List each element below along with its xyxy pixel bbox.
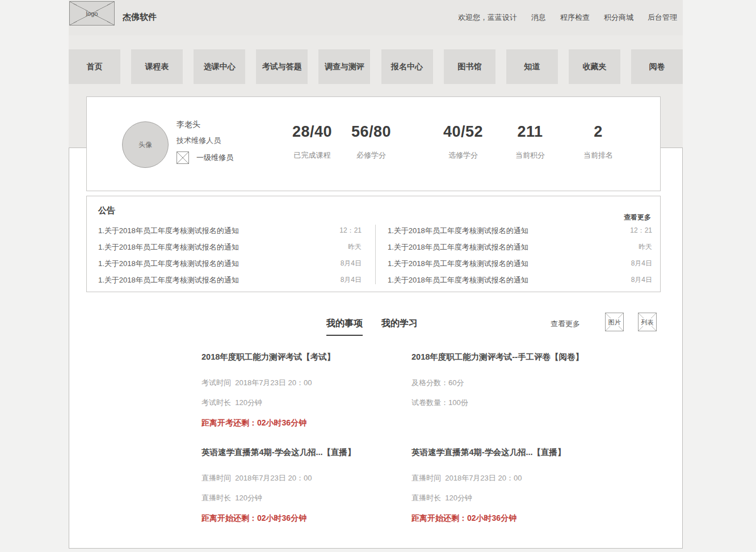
user-role: 技术维修人员: [177, 136, 233, 146]
card-countdown: 距离开考还剩：02小时36分钟: [201, 418, 413, 427]
admin-link[interactable]: 后台管理: [648, 12, 677, 23]
grading-card: 2018年度职工能力测评考试--手工评卷【阅卷】 及格分数：60分 试卷数量：1…: [411, 352, 623, 418]
announcements-panel: 公告 查看更多 1.关于2018年员工年度考核测试报名的通知 12：21 1.关…: [86, 196, 661, 292]
announcement-time: 8月4日: [341, 275, 362, 285]
announcement-time: 昨天: [639, 242, 652, 252]
announcement-link[interactable]: 1.关于2018年员工年度考核测试报名的通知: [388, 275, 528, 285]
announcement-time: 8月4日: [341, 259, 362, 268]
welcome-user-link[interactable]: 欢迎您，蓝蓝设计: [458, 12, 517, 23]
stat-label: 当前排名: [558, 150, 638, 161]
stat-current-points: 211 当前积分: [490, 123, 570, 161]
announcement-time: 12：21: [630, 226, 652, 235]
announcement-row: 1.关于2018年员工年度考核测试报名的通知 昨天: [388, 239, 652, 255]
announcements-title: 公告: [98, 205, 115, 216]
user-level-row: 一级维修员: [177, 151, 233, 164]
points-mall-link[interactable]: 积分商城: [604, 12, 633, 23]
announcement-time: 12：21: [339, 226, 362, 235]
tab-my-learning[interactable]: 我的学习: [381, 318, 418, 336]
header-links: 欢迎您，蓝蓝设计 消息 程序检查 积分商城 后台管理: [458, 12, 677, 23]
live-card: 英语速学直播第4期-学会这几招...【直播】 直播时间 2018年7月23日 2…: [201, 447, 413, 522]
logo-image[interactable]: logo: [69, 1, 115, 26]
view-mode-images-label: 图片: [608, 318, 621, 326]
announcement-row: 1.关于2018年员工年度考核测试报名的通知 8月4日: [98, 255, 362, 272]
announcement-row: 1.关于2018年员工年度考核测试报名的通知 12：21: [98, 222, 362, 239]
avatar: 头像: [122, 121, 169, 168]
stat-value: 56/80: [331, 123, 411, 141]
announcement-link[interactable]: 1.关于2018年员工年度考核测试报名的通知: [388, 259, 528, 269]
card-detail-line: 试卷数量：100份: [411, 398, 623, 407]
card-detail-line: 直播时长 120分钟: [201, 494, 413, 503]
stat-value: 211: [490, 123, 570, 141]
announcement-time: 8月4日: [631, 275, 652, 285]
announcement-link[interactable]: 1.关于2018年员工年度考核测试报名的通知: [388, 226, 528, 236]
level-badge-icon: [177, 151, 189, 164]
logo-placeholder-label: logo: [86, 10, 98, 17]
stat-label: 当前积分: [490, 150, 570, 161]
nav-tab-course-center[interactable]: 选课中心: [194, 49, 245, 84]
card-title[interactable]: 英语速学直播第4期-学会这几招...【直播】: [411, 447, 623, 457]
announcement-row: 1.关于2018年员工年度考核测试报名的通知 12：21: [388, 222, 652, 239]
nav-tab-exam-answer[interactable]: 考试与答题: [256, 49, 308, 84]
program-check-link[interactable]: 程序检查: [560, 12, 590, 23]
profile-card: 头像 李老头 技术维修人员 一级维修员 28/40 已完成课程 56/80 必修…: [86, 96, 661, 191]
nav-tab-grading[interactable]: 阅卷: [631, 49, 683, 84]
exam-card: 2018年度职工能力测评考试【考试】 考试时间 2018年7月23日 20：00…: [201, 352, 413, 427]
section-view-more-link[interactable]: 查看更多: [551, 319, 580, 329]
section-tabs: 我的事项 我的学习: [326, 318, 418, 336]
announcements-divider: [375, 225, 376, 284]
card-countdown: 距离开始还剩：02小时36分钟: [411, 513, 623, 522]
view-mode-list-button[interactable]: 列表: [638, 313, 657, 331]
stat-label: 必修学分: [331, 150, 411, 161]
profile-info: 李老头 技术维修人员 一级维修员: [177, 120, 233, 164]
card-detail-line: 直播时长 120分钟: [411, 494, 623, 503]
announcement-link[interactable]: 1.关于2018年员工年度考核测试报名的通知: [98, 242, 239, 252]
view-mode-images-button[interactable]: 图片: [605, 313, 624, 331]
card-detail-line: 直播时间 2018年7月23日 20：00: [201, 474, 413, 483]
announcement-link[interactable]: 1.关于2018年员工年度考核测试报名的通知: [98, 226, 239, 236]
card-detail-line: 及格分数：60分: [411, 378, 623, 387]
nav-tab-library[interactable]: 图书馆: [444, 49, 495, 84]
nav-tab-favorites[interactable]: 收藏夹: [569, 49, 620, 84]
announcement-time: 昨天: [348, 242, 362, 252]
announcement-row: 1.关于2018年员工年度考核测试报名的通知 8月4日: [388, 272, 652, 288]
card-detail-line: 考试时长 120分钟: [201, 398, 413, 407]
announcement-link[interactable]: 1.关于2018年员工年度考核测试报名的通知: [388, 242, 528, 252]
brand-name: 杰佛软件: [123, 12, 157, 23]
announcement-time: 8月4日: [631, 259, 652, 268]
card-title[interactable]: 2018年度职工能力测评考试--手工评卷【阅卷】: [411, 352, 623, 362]
messages-link[interactable]: 消息: [531, 12, 546, 23]
card-countdown: 距离开始还剩：02小时36分钟: [201, 513, 413, 522]
nav-tab-home[interactable]: 首页: [69, 49, 120, 84]
stat-value: 2: [558, 123, 638, 141]
announcements-right-column: 1.关于2018年员工年度考核测试报名的通知 12：21 1.关于2018年员工…: [388, 222, 652, 288]
card-detail-line: 考试时间 2018年7月23日 20：00: [201, 378, 413, 387]
nav-tab-registration-center[interactable]: 报名中心: [381, 49, 433, 84]
stat-required-credits: 56/80 必修学分: [331, 123, 411, 161]
user-name: 李老头: [177, 120, 233, 130]
view-mode-list-label: 列表: [641, 318, 654, 326]
announcements-view-more-link[interactable]: 查看更多: [624, 213, 651, 222]
card-detail-line: 直播时间 2018年7月23日 20：00: [411, 474, 623, 483]
live-card: 英语速学直播第4期-学会这几招...【直播】 直播时间 2018年7月23日 2…: [411, 447, 623, 522]
nav-tab-know[interactable]: 知道: [506, 49, 558, 84]
header-bar: logo 杰佛软件 欢迎您，蓝蓝设计 消息 程序检查 积分商城 后台管理: [69, 0, 683, 35]
nav-tab-course-table[interactable]: 课程表: [131, 49, 183, 84]
main-nav: 首页 课程表 选课中心 考试与答题 调查与测评 报名中心 图书馆 知道 收藏夹 …: [69, 49, 683, 84]
card-title[interactable]: 2018年度职工能力测评考试【考试】: [201, 352, 413, 362]
user-level-label: 一级维修员: [196, 153, 233, 163]
announcement-link[interactable]: 1.关于2018年员工年度考核测试报名的通知: [98, 275, 239, 285]
tab-my-items[interactable]: 我的事项: [326, 318, 363, 336]
announcement-row: 1.关于2018年员工年度考核测试报名的通知 8月4日: [98, 272, 362, 288]
avatar-placeholder-label: 头像: [138, 140, 152, 150]
card-title[interactable]: 英语速学直播第4期-学会这几招...【直播】: [201, 447, 413, 457]
announcement-row: 1.关于2018年员工年度考核测试报名的通知 8月4日: [388, 255, 652, 272]
stat-current-rank: 2 当前排名: [558, 123, 638, 161]
nav-tab-survey-eval[interactable]: 调查与测评: [318, 49, 370, 84]
announcement-row: 1.关于2018年员工年度考核测试报名的通知 昨天: [98, 239, 362, 255]
announcements-left-column: 1.关于2018年员工年度考核测试报名的通知 12：21 1.关于2018年员工…: [98, 222, 362, 288]
announcement-link[interactable]: 1.关于2018年员工年度考核测试报名的通知: [98, 259, 239, 269]
